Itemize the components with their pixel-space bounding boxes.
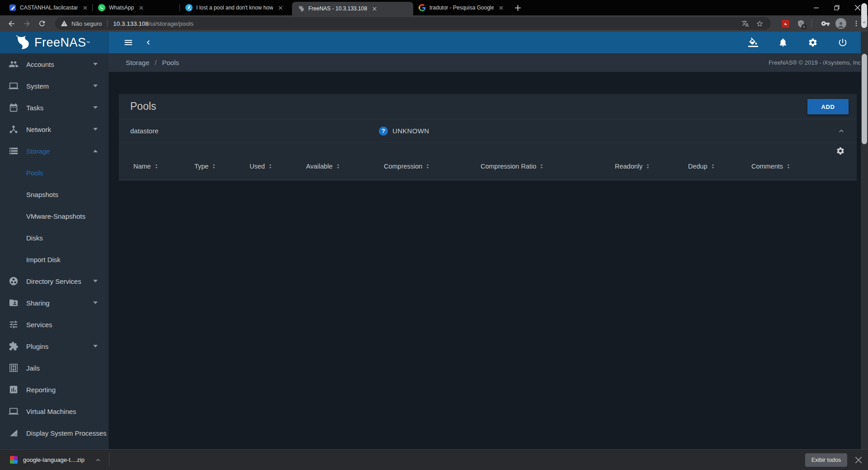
collapse-nav-icon[interactable] [139,33,157,52]
settings-gear-icon[interactable] [804,33,822,52]
close-icon[interactable] [137,4,145,11]
sidebar-item-tasks[interactable]: Tasks [0,97,108,118]
close-icon[interactable] [277,4,284,11]
pool-status: ? UNKNOWN [379,127,429,136]
bookmark-star-icon[interactable] [754,18,765,29]
sidebar-item-accounts[interactable]: Accounts [0,53,108,75]
profile-avatar[interactable] [835,17,847,30]
scrollbar-thumb[interactable] [862,54,867,144]
page-title: Pools [130,100,156,113]
show-all-downloads-button[interactable]: Exibir todos [805,453,847,467]
sidebar-item-label: Network [26,126,51,133]
forward-icon[interactable] [20,17,33,30]
sort-icon [710,163,716,169]
translate-icon[interactable] [739,18,751,29]
help-icon[interactable]: ? [379,127,388,136]
sidebar-item-reporting[interactable]: Reporting [0,379,108,400]
sidebar-item-jails[interactable]: Jails [0,357,108,379]
sidebar-item-display-system-processes[interactable]: Display System Processes [0,422,108,444]
pool-table: Name Type Used Available Compression [119,143,857,180]
sidebar-item-disks[interactable]: Disks [0,227,108,249]
hamburger-menu-icon[interactable] [119,33,137,52]
column-header-compression-ratio[interactable]: Compression Ratio [481,163,545,170]
download-filename[interactable]: google-language-t....zip [23,456,85,463]
collapse-pool-icon[interactable] [837,127,846,136]
browser-toolbar: Não seguro 10.3.133.108 /ui/storage/pool… [0,15,868,32]
edge-handle[interactable] [861,3,867,28]
new-tab-button[interactable] [512,2,524,14]
sidebar-item-directory-services[interactable]: Directory Services [0,270,108,292]
column-header-dedup[interactable]: Dedup [688,163,716,170]
column-header-available[interactable]: Available [306,163,341,170]
column-header-used[interactable]: Used [250,163,274,170]
sidebar-item-label: Disks [26,234,43,242]
theme-paint-icon[interactable] [744,33,762,52]
column-header-name[interactable]: Name [133,163,160,170]
sidebar-item-storage[interactable]: Storage [0,140,108,162]
tab-castanhal[interactable]: CASTANHAL.facilcastanhal.local - [4,0,92,15]
tab-title: CASTANHAL.facilcastanhal.local - [20,5,78,11]
sidebar-item-shell[interactable]: Shell [0,444,108,449]
sidebar-item-sharing[interactable]: Sharing [0,292,108,314]
sidebar-item-system[interactable]: System [0,75,108,97]
chevron-down-icon [93,85,98,87]
password-key-icon[interactable] [819,17,832,30]
sidebar-item-label: VMware-Snapshots [26,212,85,220]
sidebar-item-pools[interactable]: Pools [0,162,108,183]
pools-card-header: Pools ADD [119,94,857,119]
column-header-comments[interactable]: Comments [751,163,792,170]
sidebar-item-vmware-snapshots[interactable]: VMware-Snapshots [0,205,108,227]
omnibox-separator [107,20,108,27]
sidebar-item-import-disk[interactable]: Import Disk [0,249,108,270]
maximize-button[interactable] [826,0,847,15]
tab-freenas[interactable]: FreeNAS - 10.3.133.108 [292,2,413,15]
whatsapp-favicon [98,4,105,11]
back-icon[interactable] [5,17,18,30]
close-icon[interactable] [81,4,89,11]
download-expand-icon[interactable] [94,456,102,464]
address-bar[interactable]: Não seguro 10.3.133.108 /ui/storage/pool… [55,17,771,30]
breadcrumb-section[interactable]: Storage [126,59,150,66]
winrar-file-icon [10,456,18,464]
add-pool-button[interactable]: ADD [807,99,849,114]
sidebar-item-services[interactable]: Services [0,314,108,335]
laptop-icon [8,406,19,417]
window-controls [806,0,868,15]
pdf-extension-icon[interactable] [779,17,792,30]
sidebar-item-snapshots[interactable]: Snapshots [0,183,108,205]
column-header-type[interactable]: Type [194,163,217,170]
sidebar-item-plugins[interactable]: Plugins [0,335,108,357]
screen: CASTANHAL.facilcastanhal.local - WhatsAp… [0,0,868,470]
browser-menu-icon[interactable] [850,17,863,30]
browser-titlebar: CASTANHAL.facilcastanhal.local - WhatsAp… [0,0,868,15]
close-shelf-icon[interactable] [855,457,862,463]
column-header-readonly[interactable]: Readonly [615,163,651,170]
breadcrumb: Storage / Pools FreeNAS® © 2019 - iXsyst… [108,53,868,72]
tab-whatsapp[interactable]: WhatsApp [93,0,179,15]
page-scrollbar[interactable] [861,32,868,449]
close-icon[interactable] [497,4,505,11]
table-settings-gear-icon[interactable] [836,146,845,155]
reload-icon[interactable] [35,17,49,30]
sidebar-item-network[interactable]: Network [0,118,108,140]
jail-icon [8,362,19,373]
hub-icon [8,124,19,135]
tab-google[interactable]: tradutor - Pesquisa Google [413,0,508,15]
sort-icon [785,163,792,169]
tab-strip: CASTANHAL.facilcastanhal.local - WhatsAp… [4,0,524,15]
pool-name: datastore [130,127,159,135]
power-icon[interactable] [834,33,852,52]
minimize-button[interactable] [806,0,826,15]
chevron-down-icon [93,301,98,304]
tab-forum[interactable]: I lost a pool and don't know how [180,0,292,15]
sidebar-item-label: System [26,82,49,90]
sidebar-item-virtual-machines[interactable]: Virtual Machines [0,400,108,422]
close-icon[interactable] [371,5,378,12]
shield-extension-icon[interactable]: ? 0 [794,17,807,30]
laptop-icon [8,80,19,91]
status-badge: UNKNOWN [392,127,429,135]
tab-title: FreeNAS - 10.3.133.108 [308,5,367,12]
notifications-bell-icon[interactable] [774,33,792,52]
pool-row-datastore[interactable]: datastore ? UNKNOWN [119,119,857,143]
column-header-compression[interactable]: Compression [384,163,431,170]
